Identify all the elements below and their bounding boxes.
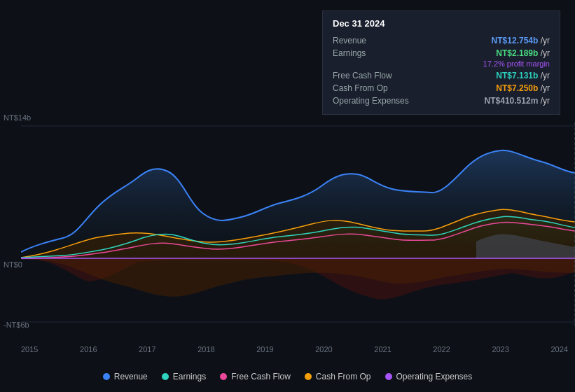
x-label-2015: 2015	[21, 345, 38, 354]
main-chart-svg	[21, 122, 575, 346]
tooltip-earnings-value: NT$2.189b /yr	[496, 48, 550, 58]
y-label-top: NT$14b	[4, 113, 31, 122]
x-label-2020: 2020	[315, 345, 332, 354]
tooltip-title: Dec 31 2024	[333, 18, 550, 29]
legend-item-fcf[interactable]: Free Cash Flow	[220, 372, 291, 382]
legend-label-cashfromop: Cash From Op	[316, 372, 371, 382]
tooltip-cashfromop-label: Cash From Op	[333, 83, 388, 93]
tooltip-earnings: Earnings NT$2.189b /yr	[333, 47, 550, 59]
chart-container: Dec 31 2024 Revenue NT$12.754b /yr Earni…	[0, 0, 575, 392]
x-label-2018: 2018	[198, 345, 214, 354]
x-label-2021: 2021	[374, 345, 391, 354]
legend-dot-earnings	[162, 373, 169, 380]
tooltip-cashfromop-value: NT$7.250b /yr	[496, 83, 550, 93]
x-label-2017: 2017	[139, 345, 155, 354]
tooltip-opex-label: Operating Expenses	[333, 96, 409, 106]
cashfromop-neg-area	[21, 259, 575, 297]
tooltip-earnings-label: Earnings	[333, 48, 366, 58]
x-label-2019: 2019	[256, 345, 273, 354]
legend-label-revenue: Revenue	[114, 372, 148, 382]
tooltip-opex-value: NT$410.512m /yr	[485, 96, 550, 106]
x-label-2023: 2023	[492, 345, 508, 354]
legend-item-earnings[interactable]: Earnings	[162, 372, 206, 382]
tooltip-revenue-value: NT$12.754b /yr	[492, 36, 550, 46]
legend-label-fcf: Free Cash Flow	[231, 372, 291, 382]
x-label-2024: 2024	[550, 345, 567, 354]
legend-dot-opex	[385, 373, 392, 380]
legend-label-opex: Operating Expenses	[396, 372, 473, 382]
legend-dot-fcf	[220, 373, 227, 380]
legend-dot-revenue	[103, 373, 110, 380]
x-label-2022: 2022	[433, 345, 450, 354]
legend-item-opex[interactable]: Operating Expenses	[385, 372, 473, 382]
tooltip-fcf: Free Cash Flow NT$7.131b /yr	[333, 69, 550, 82]
tooltip-revenue: Revenue NT$12.754b /yr	[333, 34, 550, 47]
tooltip-revenue-label: Revenue	[333, 36, 366, 46]
y-label-mid: NT$0	[4, 260, 22, 269]
legend-item-revenue[interactable]: Revenue	[103, 372, 148, 382]
legend-dot-cashfromop	[305, 373, 312, 380]
x-axis-labels: 2015 2016 2017 2018 2019 2020 2021 2022 …	[21, 345, 568, 354]
x-label-2016: 2016	[80, 345, 97, 354]
tooltip-opex: Operating Expenses NT$410.512m /yr	[333, 94, 550, 107]
legend-item-cashfromop[interactable]: Cash From Op	[305, 372, 371, 382]
tooltip-cashfromop: Cash From Op NT$7.250b /yr	[333, 82, 550, 94]
tooltip-fcf-value: NT$7.131b /yr	[496, 71, 550, 80]
tooltip-box: Dec 31 2024 Revenue NT$12.754b /yr Earni…	[322, 10, 560, 115]
chart-legend: Revenue Earnings Free Cash Flow Cash Fro…	[0, 372, 575, 382]
tooltip-fcf-label: Free Cash Flow	[333, 71, 392, 80]
legend-label-earnings: Earnings	[173, 372, 206, 382]
tooltip-margin: 17.2% profit margin	[333, 59, 550, 69]
